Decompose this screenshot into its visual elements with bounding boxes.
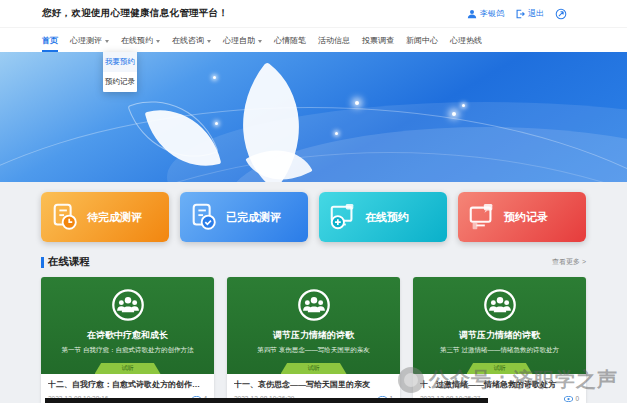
- bottom-cutoff-bar: [45, 398, 488, 403]
- course-cover: 调节压力情绪的诗歌 第三节 过激情绪——情绪急救的诗歌处方 试听: [413, 277, 586, 374]
- course-cards-row: 在诗歌中疗愈和成长 第一节 自我疗愈：自愈式诗歌处方的创作方法 试听 十二、自我…: [41, 277, 586, 403]
- nav-item-assessment[interactable]: 心理测评: [70, 35, 109, 52]
- user-account-link[interactable]: 李银鸽: [467, 8, 504, 19]
- pending-assessment-icon: [50, 202, 80, 232]
- nav-item-activities[interactable]: 活动信息: [318, 35, 350, 52]
- course-cover-subtitle: 第一节 自我疗愈：自愈式诗歌处方的创作方法: [62, 346, 194, 355]
- course-card[interactable]: 在诗歌中疗愈和成长 第一节 自我疗愈：自愈式诗歌处方的创作方法 试听 十二、自我…: [41, 277, 214, 403]
- dropdown-item-booking-records[interactable]: 预约记录: [103, 72, 137, 92]
- pending-assessment-card[interactable]: 待完成测评: [41, 192, 169, 242]
- course-cover-title: 调节压力情绪的诗歌: [459, 329, 540, 342]
- online-booking-icon: [328, 202, 358, 232]
- online-booking-card[interactable]: 在线预约: [319, 192, 447, 242]
- course-cover-title: 调节压力情绪的诗歌: [273, 329, 354, 342]
- nav-item-hotline[interactable]: 心理热线: [450, 35, 482, 52]
- nav-item-selfhelp[interactable]: 心理自助: [223, 35, 262, 52]
- sparkle-dot: [335, 132, 338, 135]
- sparkle-dot: [462, 104, 465, 107]
- course-card[interactable]: 调节压力情绪的诗歌 第四节 哀伤思念——写给天国里的亲友 试听 十一、哀伤思念—…: [227, 277, 400, 403]
- main-nav: 首页 心理测评 在线预约 在线咨询 心理自助 心情随笔 活动信息 投票调查 新闻…: [0, 28, 627, 52]
- topbar-actions: 李银鸽 退出: [467, 8, 567, 20]
- shortcut-label: 已完成测评: [226, 210, 281, 225]
- shortcut-label: 在线预约: [365, 210, 409, 225]
- section-accent-bar: [41, 257, 44, 268]
- nav-item-booking[interactable]: 在线预约: [121, 35, 160, 52]
- username-label: 李银鸽: [480, 8, 504, 19]
- user-icon: [467, 9, 477, 19]
- chevron-down-icon: [156, 40, 160, 43]
- logout-label: 退出: [528, 8, 544, 19]
- course-badge: 试听: [467, 363, 533, 374]
- nav-item-consult[interactable]: 在线咨询: [172, 35, 211, 52]
- dropdown-item-make-booking[interactable]: 我要预约: [103, 52, 137, 72]
- course-title: 十二、自我疗愈：自愈式诗歌处方的创作方法: [48, 379, 207, 390]
- sparkle-dot: [213, 76, 216, 79]
- shortcut-label: 待完成测评: [87, 210, 142, 225]
- nav-item-votes[interactable]: 投票调查: [362, 35, 394, 52]
- hero-banner: [0, 52, 627, 182]
- people-group-icon: [295, 286, 333, 324]
- sparkle-star: [452, 112, 456, 116]
- main-content-area: 待完成测评 已完成测评: [0, 182, 627, 403]
- nav-item-mood-notes[interactable]: 心情随笔: [274, 35, 306, 52]
- booking-dropdown-menu: 我要预约 预约记录: [103, 52, 137, 92]
- theme-toggle-button[interactable]: [555, 8, 567, 20]
- completed-assessment-icon: [189, 202, 219, 232]
- people-group-icon: [109, 286, 147, 324]
- course-cover-subtitle: 第四节 哀伤思念——写给天国里的亲友: [257, 346, 369, 355]
- sparkle-dot: [215, 122, 218, 125]
- booking-record-icon: [467, 202, 497, 232]
- people-group-icon: [481, 286, 519, 324]
- course-cover: 在诗歌中疗愈和成长 第一节 自我疗愈：自愈式诗歌处方的创作方法 试听: [41, 277, 214, 374]
- course-card[interactable]: 调节压力情绪的诗歌 第三节 过激情绪——情绪急救的诗歌处方 试听 十、过激情绪—…: [413, 277, 586, 403]
- course-cover-title: 在诗歌中疗愈和成长: [87, 329, 168, 342]
- course-views: 0: [564, 395, 579, 402]
- logout-icon: [515, 9, 525, 19]
- nav-item-news[interactable]: 新闻中心: [406, 35, 438, 52]
- sparkle-star: [355, 101, 359, 105]
- view-count: 0: [575, 395, 579, 402]
- shortcut-cards-row: 待完成测评 已完成测评: [41, 182, 586, 242]
- course-title: 十一、哀伤思念——写给天国里的亲友: [234, 379, 393, 390]
- chevron-down-icon: [105, 40, 109, 43]
- topbar: 您好，欢迎使用心理健康信息化管理平台！ 李银鸽 退出: [0, 0, 627, 28]
- eye-icon: [564, 396, 573, 402]
- course-title: 十、过激情绪——情绪急救的诗歌处方: [420, 379, 579, 390]
- course-badge: 试听: [281, 363, 347, 374]
- chevron-down-icon: [207, 40, 211, 43]
- nav-item-home[interactable]: 首页: [42, 35, 58, 52]
- view-more-link[interactable]: 查看更多 >: [552, 257, 586, 267]
- course-cover: 调节压力情绪的诗歌 第四节 哀伤思念——写给天国里的亲友 试听: [227, 277, 400, 374]
- course-cover-subtitle: 第三节 过激情绪——情绪急救的诗歌处方: [440, 346, 559, 355]
- course-badge: 试听: [95, 363, 161, 374]
- online-courses-section-header: 在线课程 查看更多 >: [41, 255, 586, 269]
- section-title: 在线课程: [41, 255, 90, 269]
- booking-record-card[interactable]: 预约记录: [458, 192, 586, 242]
- completed-assessment-card[interactable]: 已完成测评: [180, 192, 308, 242]
- logout-button[interactable]: 退出: [515, 8, 544, 19]
- shortcut-label: 预约记录: [504, 210, 548, 225]
- circle-arrow-icon: [555, 8, 567, 20]
- chevron-down-icon: [258, 40, 262, 43]
- welcome-greeting: 您好，欢迎使用心理健康信息化管理平台！: [42, 7, 228, 20]
